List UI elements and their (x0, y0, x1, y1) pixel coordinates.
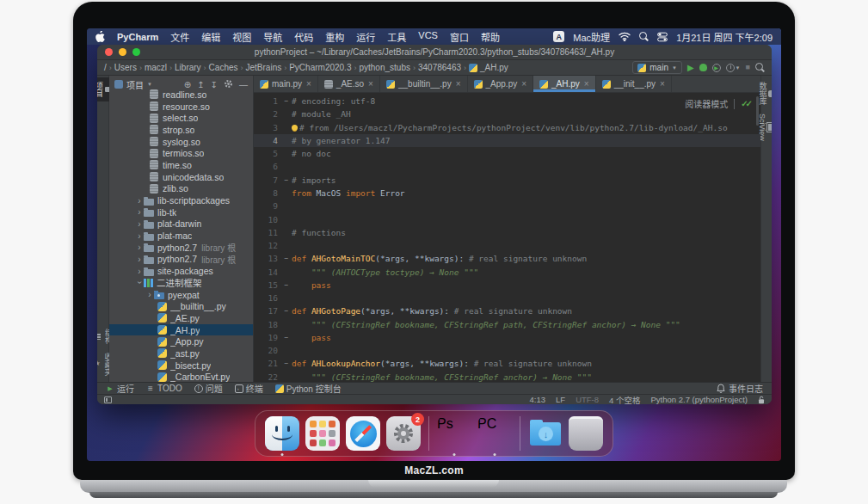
menu-item[interactable]: 工具 (387, 30, 406, 44)
debug-button[interactable] (699, 64, 707, 71)
menu-item[interactable]: 重构 (325, 30, 344, 44)
tree-item[interactable]: ›lib-scriptpackages (109, 194, 253, 206)
breadcrumb-item[interactable]: / (104, 63, 107, 72)
chevron-right-icon[interactable]: › (135, 255, 144, 264)
dock-app-downloads[interactable]: ↓ (528, 416, 563, 451)
menu-item[interactable]: 运行 (356, 30, 375, 44)
tree-item[interactable]: ›python2.7library 根 (109, 254, 253, 266)
tree-item[interactable]: resource.so (109, 101, 253, 113)
intention-bulb-icon[interactable] (292, 125, 298, 131)
menu-item[interactable]: 编辑 (201, 30, 220, 44)
menu-item[interactable]: 窗口 (450, 30, 469, 44)
search-everywhere-icon[interactable] (755, 63, 765, 72)
tree-item[interactable]: ›plat-darwin (109, 218, 253, 230)
breadcrumb-item[interactable]: 340786463 (418, 63, 461, 72)
wifi-icon[interactable] (619, 32, 631, 41)
tree-item[interactable]: _CarbonEvt.py (109, 372, 253, 383)
tool-window-button-todo[interactable]: TODO (146, 384, 182, 393)
breadcrumb-item[interactable]: maczl (145, 63, 167, 72)
tree-item[interactable]: _AE.py (109, 312, 253, 324)
editor-tab[interactable]: _AH.py× (533, 76, 596, 92)
input-source-icon[interactable]: A (553, 31, 564, 42)
locate-file-icon[interactable]: ⊕ (184, 80, 191, 89)
editor-tab[interactable]: main.py× (254, 76, 318, 92)
chevron-down-icon[interactable]: ▼ (147, 82, 152, 87)
close-tab-icon[interactable]: × (521, 79, 526, 89)
fold-marker-icon[interactable]: − (281, 334, 292, 341)
hide-panel-icon[interactable]: — (239, 80, 248, 89)
chevron-down-icon[interactable]: › (135, 279, 145, 287)
dock-app-settings[interactable]: 2 (386, 416, 421, 451)
close-tab-icon[interactable]: × (456, 79, 461, 89)
tool-window-button-terminal[interactable]: 终端 (235, 382, 263, 395)
dock-app-finder[interactable] (265, 416, 299, 451)
breadcrumb-item[interactable]: PyCharm2020.3 (289, 63, 351, 72)
menu-item[interactable]: 视图 (232, 30, 251, 44)
tree-item[interactable]: unicodedata.so (109, 171, 253, 183)
tree-item[interactable]: ›python2.7library 根 (109, 242, 253, 254)
profiler-button[interactable] (726, 64, 735, 72)
tree-item[interactable]: _ast.py (109, 347, 253, 360)
status-item[interactable]: 4 个空格 (609, 394, 640, 405)
dock-app-trash[interactable] (569, 416, 603, 451)
editor-tab[interactable]: _App.py× (468, 76, 534, 92)
chevron-right-icon[interactable]: › (135, 231, 144, 241)
chevron-right-icon[interactable]: › (135, 243, 144, 252)
menu-item[interactable]: 文件 (170, 30, 189, 44)
expand-all-icon[interactable]: ↥ (197, 80, 204, 89)
editor-tab[interactable]: __init__.py× (596, 76, 672, 92)
breadcrumb-item[interactable]: _AH.py (469, 63, 508, 72)
run-button[interactable]: ▶ (687, 64, 694, 72)
run-configuration-selector[interactable]: main ▼ (632, 61, 682, 74)
breadcrumb-item[interactable]: JetBrains (246, 63, 282, 72)
fold-marker-icon[interactable]: − (281, 97, 292, 105)
window-title-bar[interactable]: pythonProject – ~/Library/Caches/JetBrai… (97, 45, 772, 60)
close-tab-icon[interactable]: × (660, 79, 665, 89)
tree-item[interactable]: _App.py (109, 335, 253, 347)
tree-item[interactable]: termios.so (109, 147, 253, 159)
status-item[interactable]: LF (556, 395, 565, 404)
tree-item[interactable]: select.so (109, 112, 253, 124)
chevron-down-icon[interactable]: ▼ (736, 65, 741, 71)
spotlight-search-icon[interactable] (639, 32, 649, 41)
tree-item[interactable]: strop.so (109, 124, 253, 136)
fold-marker-icon[interactable]: − (281, 176, 292, 184)
control-center-icon[interactable] (657, 32, 668, 42)
apple-menu-icon[interactable] (95, 31, 105, 42)
menu-item[interactable]: 代码 (294, 30, 313, 44)
tool-window-button-python-console[interactable]: Python 控制台 (275, 382, 342, 395)
tool-window-button-problems[interactable]: 问题 (194, 382, 223, 395)
run-with-coverage-button[interactable]: ▶ (712, 64, 721, 72)
editor-tab[interactable]: _AE.so× (318, 76, 380, 92)
tree-item[interactable]: ›pyexpat (109, 289, 253, 301)
editor-scrollbar[interactable] (756, 96, 759, 126)
breadcrumb-item[interactable]: python_stubs (359, 63, 410, 72)
chevron-right-icon[interactable]: › (135, 207, 144, 217)
tree-item[interactable]: _bisect.py (109, 360, 253, 372)
menu-item[interactable]: 导航 (263, 30, 282, 44)
fold-marker-icon[interactable]: − (281, 360, 292, 367)
breadcrumb-item[interactable]: Library (175, 63, 201, 72)
dock-app-pycharm[interactable]: PC (477, 416, 512, 451)
tree-item[interactable]: zlib.so (109, 183, 253, 195)
tree-item[interactable]: __builtin__.py (109, 300, 253, 312)
close-tab-icon[interactable]: × (584, 79, 589, 89)
lock-icon[interactable] (758, 396, 765, 404)
tree-item[interactable]: syslog.so (109, 136, 253, 148)
close-tab-icon[interactable]: × (368, 79, 373, 89)
tool-window-toggle-icon[interactable] (104, 396, 112, 403)
tool-window-button-run[interactable]: 运行 (106, 382, 134, 395)
menu-datetime[interactable]: 1月21日 周四 下午2:09 (676, 30, 773, 44)
status-item[interactable]: Python 2.7 (pythonProject) (651, 395, 748, 404)
tree-item[interactable]: time.so (109, 159, 253, 171)
status-item[interactable]: UTF-8 (576, 395, 599, 404)
dock-app-launchpad[interactable] (305, 416, 340, 451)
fold-marker-icon[interactable]: − (281, 255, 292, 262)
breadcrumb-item[interactable]: Users (114, 63, 137, 72)
menu-app-name[interactable]: PyCharm (117, 32, 158, 42)
dock-app-photoshop[interactable]: Ps (437, 416, 471, 451)
dock-app-safari[interactable] (346, 416, 380, 451)
tree-item[interactable]: ›plat-mac (109, 230, 253, 242)
fold-marker-icon[interactable]: − (281, 281, 292, 289)
fold-marker-icon[interactable]: − (281, 307, 292, 315)
